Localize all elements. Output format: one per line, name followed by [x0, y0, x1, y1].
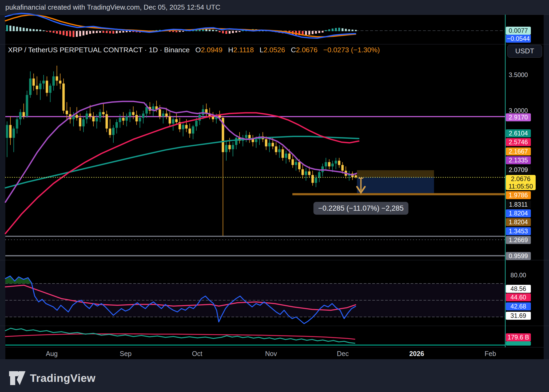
- candle-body: [165, 114, 168, 117]
- tradingview-logo-icon: [9, 371, 26, 385]
- candle-body: [132, 112, 134, 115]
- axis-price-label: −0.0544: [506, 35, 531, 43]
- candle-body: [198, 115, 201, 121]
- candle-body: [62, 83, 65, 111]
- macd-histogram-bar: [96, 31, 98, 33]
- candle-body: [189, 129, 191, 134]
- currency-toggle-button[interactable]: USDT: [507, 45, 542, 58]
- axis-price-label: [506, 341, 531, 346]
- time-axis-label: Aug: [46, 349, 58, 358]
- macd-histogram-bar: [328, 29, 330, 31]
- candle-body: [129, 112, 131, 116]
- axis-price-label: 2.0709: [506, 166, 531, 174]
- symbol-title[interactable]: XRP / TetherUS PERPETUAL CONTRACT · 1D ·…: [8, 46, 190, 54]
- candle-body: [301, 169, 304, 175]
- candle-body: [285, 154, 287, 158]
- macd-histogram-bar: [348, 29, 350, 31]
- candle-body: [66, 111, 68, 114]
- candle-body: [125, 116, 128, 121]
- axis-price-label: 1.8204: [506, 209, 531, 217]
- candle-body: [175, 119, 178, 122]
- macd-histogram-bar: [176, 31, 177, 32]
- macd-histogram-bar: [89, 31, 91, 34]
- macd-histogram-bar: [232, 31, 234, 33]
- candle-body: [39, 83, 42, 89]
- candle-body: [255, 139, 257, 142]
- candle-body: [281, 149, 284, 158]
- candle-body: [265, 139, 267, 146]
- candle-body: [162, 114, 164, 117]
- macd-histogram-bar: [119, 31, 121, 33]
- axis-price-label: 1.2669: [506, 236, 531, 244]
- macd-histogram-bar: [345, 29, 347, 31]
- time-axis-label: Feb: [484, 349, 496, 358]
- macd-histogram-bar: [212, 30, 214, 31]
- macd-histogram-bar: [93, 31, 94, 33]
- macd-histogram-bar: [222, 31, 224, 33]
- macd-histogram-bar: [338, 28, 340, 31]
- macd-histogram-bar: [99, 31, 101, 33]
- bar-countdown: 11:05:50: [506, 183, 536, 190]
- candle-body: [195, 121, 198, 126]
- macd-histogram-bar: [172, 31, 174, 32]
- candle-body: [311, 175, 314, 183]
- candle-body: [42, 81, 45, 83]
- macd-histogram-bar: [219, 31, 221, 32]
- axis-price-label: 1.9786: [506, 191, 531, 199]
- macd-histogram-bar: [46, 31, 48, 32]
- axis-price-label: 179.6 B: [506, 333, 531, 341]
- close-value: 2.0676: [296, 46, 317, 54]
- candle-body: [82, 119, 85, 126]
- macd-histogram-bar: [179, 31, 181, 32]
- macd-histogram-bar: [235, 31, 237, 33]
- axis-price-label: 2.6104: [506, 129, 531, 137]
- macd-histogram-bar: [49, 31, 51, 32]
- macd-histogram-bar: [29, 29, 31, 31]
- candle-body: [275, 146, 277, 152]
- chart-canvas[interactable]: [0, 0, 549, 392]
- candle-body: [92, 116, 95, 121]
- macd-histogram-bar: [19, 27, 21, 31]
- low-label: L: [260, 46, 264, 54]
- macd-histogram-bar: [215, 30, 217, 31]
- candle-body: [79, 118, 81, 126]
- macd-histogram-bar: [335, 28, 337, 31]
- candle-body: [36, 86, 38, 89]
- symbol-legend[interactable]: XRP / TetherUS PERPETUAL CONTRACT · 1D ·…: [8, 46, 380, 54]
- macd-histogram-bar: [308, 31, 310, 35]
- axis-price-label: 0.0077: [506, 27, 531, 35]
- macd-histogram-bar: [76, 31, 78, 37]
- macd-histogram-bar: [109, 31, 111, 33]
- tradingview-wordmark: TradingView: [30, 372, 96, 385]
- candle-body: [325, 162, 327, 166]
- macd-histogram-bar: [116, 31, 118, 33]
- macd-histogram-bar: [6, 25, 8, 31]
- macd-histogram-bar: [205, 29, 207, 31]
- macd-histogram-bar: [169, 31, 171, 32]
- candle-body: [136, 115, 138, 121]
- candle-body: [182, 125, 184, 129]
- candle-body: [159, 109, 161, 117]
- macd-histogram-bar: [229, 31, 230, 34]
- time-axis-label: Oct: [192, 349, 202, 358]
- candle-body: [29, 78, 31, 95]
- macd-histogram-bar: [36, 29, 38, 31]
- macd-histogram-bar: [129, 31, 131, 32]
- candle-body: [185, 125, 188, 129]
- macd-histogram-bar: [59, 31, 61, 34]
- candle-body: [331, 163, 334, 166]
- lower-pink-line: [5, 334, 355, 339]
- candle-body: [106, 114, 108, 129]
- candle-body: [122, 118, 125, 121]
- axis-price-label: 48.56: [506, 285, 531, 293]
- tradingview-logo[interactable]: TradingView: [9, 371, 96, 385]
- axis-price-label: 1.8311: [506, 201, 531, 209]
- candle-body: [49, 86, 51, 93]
- macd-histogram-bar: [312, 31, 313, 34]
- candle-body: [96, 118, 98, 121]
- axis-price-label: 2.5746: [506, 138, 531, 146]
- macd-histogram-bar: [209, 30, 210, 31]
- macd-histogram-bar: [39, 30, 41, 31]
- price-range-box[interactable]: [357, 177, 434, 193]
- candle-body: [59, 81, 61, 83]
